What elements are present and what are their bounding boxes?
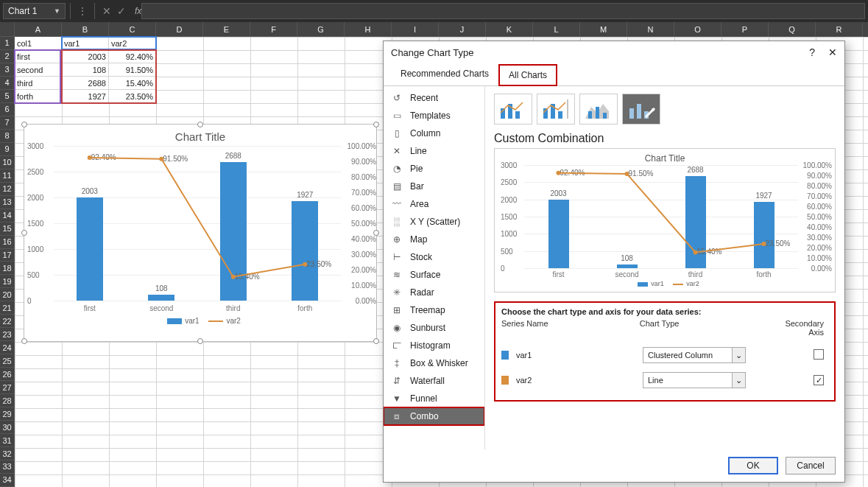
chart-type-item-combo[interactable]: ⧈Combo [384, 407, 484, 425]
row-header[interactable]: 33 [0, 460, 15, 474]
row-header[interactable]: 32 [0, 447, 15, 460]
chart-type-item-waterfall[interactable]: ⇵Waterfall [384, 372, 484, 390]
row-header[interactable]: 2 [0, 50, 15, 63]
row-header[interactable]: 22 [0, 315, 15, 328]
cell[interactable]: third [15, 77, 62, 90]
row-header[interactable]: 34 [0, 474, 15, 487]
row-header[interactable]: 17 [0, 249, 15, 262]
resize-handle[interactable] [21, 338, 27, 344]
chart-type-item-pie[interactable]: ◔Pie [384, 160, 484, 178]
row-header[interactable]: 8 [0, 130, 15, 143]
row-header[interactable]: 10 [0, 156, 15, 169]
row-header[interactable]: 27 [0, 381, 15, 394]
row-header[interactable]: 21 [0, 301, 15, 315]
chart-type-item-stock[interactable]: ⊢Stock [384, 248, 484, 266]
chart-type-select[interactable]: Clustered Column ⌄ [643, 347, 746, 363]
chart-type-list[interactable]: ↺Recent▭Templates▯Column✕Line◔Pie▤Bar〰Ar… [384, 86, 485, 449]
row-header[interactable]: 4 [0, 77, 15, 90]
chart-type-item-radar[interactable]: ✳Radar [384, 284, 484, 301]
col-header[interactable]: I [392, 22, 439, 37]
col-header[interactable]: K [486, 22, 533, 37]
row-header[interactable]: 7 [0, 116, 15, 130]
secondary-axis-checkbox[interactable]: ✓ [814, 375, 824, 385]
chart-type-item-bar[interactable]: ▤Bar [384, 178, 484, 195]
resize-handle[interactable] [197, 122, 203, 127]
col-header[interactable]: P [721, 22, 769, 37]
help-icon[interactable]: ? [809, 46, 815, 58]
cell[interactable]: 23.50% [109, 90, 156, 103]
row-header[interactable]: 11 [0, 169, 15, 183]
secondary-axis-checkbox[interactable] [814, 349, 824, 360]
row-header[interactable]: 6 [0, 103, 15, 116]
resize-handle[interactable] [21, 122, 27, 127]
row-header[interactable]: 5 [0, 90, 15, 103]
cell[interactable]: 92.40% [109, 50, 156, 63]
cell[interactable]: 15.40% [109, 77, 156, 90]
chart-type-item-sunburst[interactable]: ◉Sunburst [384, 319, 484, 337]
resize-handle[interactable] [21, 230, 27, 236]
close-icon[interactable]: ✕ [828, 46, 837, 58]
row-header[interactable]: 29 [0, 407, 15, 421]
chart-type-select[interactable]: Line ⌄ [643, 372, 746, 388]
col-header[interactable]: F [250, 22, 297, 37]
row-header[interactable]: 14 [0, 209, 15, 223]
col-header[interactable]: R [816, 22, 863, 37]
cell[interactable]: var1 [62, 37, 109, 50]
name-box[interactable]: Chart 1 ▼ [3, 3, 66, 19]
cell[interactable]: var2 [109, 37, 156, 50]
subtype-option[interactable] [537, 94, 575, 125]
chart-type-item-map[interactable]: ⊕Map [384, 231, 484, 248]
col-header[interactable]: B [62, 22, 109, 37]
col-header[interactable]: N [627, 22, 674, 37]
col-header[interactable]: L [533, 22, 580, 37]
subtype-option-custom[interactable] [622, 94, 660, 125]
subtype-option[interactable] [579, 94, 618, 125]
select-all-corner[interactable] [0, 22, 15, 37]
row-header[interactable]: 31 [0, 434, 15, 447]
ok-button[interactable]: OK [728, 457, 778, 474]
row-header[interactable]: 25 [0, 354, 15, 368]
row-header[interactable]: 19 [0, 275, 15, 288]
resize-handle[interactable] [373, 122, 379, 127]
col-header[interactable]: J [439, 22, 486, 37]
row-header[interactable]: 15 [0, 223, 15, 236]
cell[interactable]: 2688 [62, 77, 109, 90]
chart-title[interactable]: Chart Title [24, 125, 376, 146]
col-header[interactable]: C [109, 22, 156, 37]
row-header[interactable]: 13 [0, 196, 15, 209]
cancel-button[interactable]: Cancel [786, 457, 836, 474]
cell[interactable]: 2003 [62, 50, 109, 63]
chart-type-item-funnel[interactable]: ▼Funnel [384, 390, 484, 407]
col-header[interactable]: E [203, 22, 250, 37]
chart-type-item-templates[interactable]: ▭Templates [384, 107, 484, 125]
row-header[interactable]: 16 [0, 236, 15, 249]
row-header[interactable]: 23 [0, 328, 15, 341]
chart-plot-area[interactable]: 0500100015002000250030000.00%10.00%20.00… [54, 146, 341, 301]
subtype-option[interactable] [494, 94, 532, 125]
row-header[interactable]: 30 [0, 421, 15, 434]
col-header[interactable]: H [345, 22, 392, 37]
col-header[interactable]: M [580, 22, 627, 37]
cancel-icon[interactable]: ✕ [99, 5, 114, 17]
chart-type-item-line[interactable]: ✕Line [384, 142, 484, 160]
cell[interactable]: first [15, 50, 62, 63]
tab-all-charts[interactable]: All Charts [498, 64, 557, 86]
cell[interactable]: 91.50% [109, 63, 156, 77]
cell[interactable]: second [15, 63, 62, 77]
row-header[interactable]: 28 [0, 394, 15, 407]
chart-type-item-recent[interactable]: ↺Recent [384, 89, 484, 107]
formula-input[interactable] [141, 3, 865, 19]
chart-type-item-surface[interactable]: ≋Surface [384, 266, 484, 284]
cell[interactable]: forth [15, 90, 62, 103]
chart-type-item-column[interactable]: ▯Column [384, 125, 484, 142]
cell[interactable]: 1927 [62, 90, 109, 103]
col-header[interactable]: G [297, 22, 345, 37]
row-header[interactable]: 3 [0, 63, 15, 77]
embedded-chart[interactable]: Chart Title 0500100015002000250030000.00… [24, 124, 377, 342]
tab-recommended-charts[interactable]: Recommended Charts [391, 63, 498, 85]
cell[interactable]: col1 [15, 37, 62, 50]
chart-type-item-x-y-scatter-[interactable]: ░X Y (Scatter) [384, 213, 484, 231]
row-header[interactable]: 18 [0, 262, 15, 275]
row-header[interactable]: 12 [0, 183, 15, 196]
col-header[interactable]: Q [769, 22, 816, 37]
